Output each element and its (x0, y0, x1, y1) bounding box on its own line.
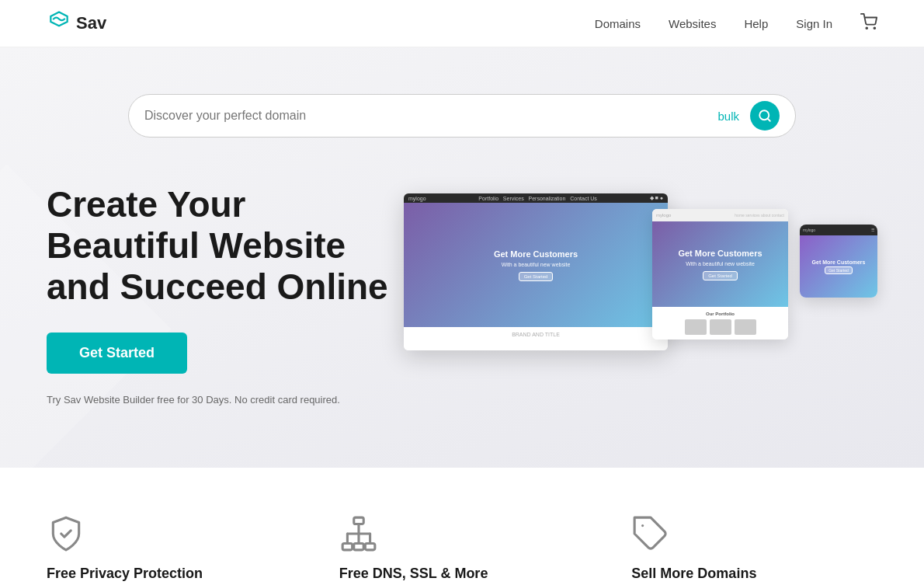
hero-sub-text: Try Sav Website Builder free for 30 Days… (47, 394, 388, 406)
mockup-phone-btn: Get Started (825, 266, 853, 274)
get-started-button[interactable]: Get Started (47, 333, 187, 374)
mockup-portfolio-label: Our Portfolio (657, 312, 783, 316)
mockup-tablet-btn: Get Started (703, 271, 738, 280)
mockup-overlay-title: Get More Customers (494, 249, 578, 259)
logo-text: Sav (76, 13, 106, 33)
mockup-desktop-image: Get More Customers With a beautiful new … (404, 203, 668, 327)
mockup-logo-text: mylogo (408, 196, 426, 201)
shield-icon (47, 514, 85, 553)
mockup-tablet-sub: With a beautiful new website (686, 261, 755, 266)
nav-help[interactable]: Help (744, 17, 768, 30)
mockup-overlay-sub: With a beautiful new website (502, 262, 571, 267)
hero-mockups: mylogo Portfolio Services Personalizatio… (404, 193, 877, 395)
hero-left: Create Your Beautiful Website and Succee… (47, 184, 388, 406)
hero-title: Create Your Beautiful Website and Succee… (47, 184, 388, 308)
nav-websites[interactable]: Websites (669, 17, 716, 30)
mockup-phone-image: Get More Customers Get Started (800, 235, 877, 298)
mockup-thumb-1 (685, 319, 707, 335)
mockup-phone-logo: mylogo (803, 228, 815, 232)
search-button[interactable] (750, 101, 780, 131)
logo[interactable]: Sav (47, 9, 106, 37)
network-icon (339, 514, 378, 553)
mockup-desktop-bottom: BRAND AND TITLE (404, 327, 668, 350)
sav-logo-icon (47, 9, 71, 37)
search-bar: bulk (128, 94, 796, 138)
dns-title: Free DNS, SSL & More (339, 566, 585, 582)
svg-point-1 (874, 27, 875, 29)
header: Sav Domains Websites Help Sign In (0, 0, 924, 47)
mockup-social-icons: ◆ ■ ● (650, 195, 663, 201)
nav-domains[interactable]: Domains (595, 17, 641, 30)
mockup-thumbnails (657, 319, 783, 335)
mockup-nav-text: Portfolio Services Personalization Conta… (478, 196, 597, 201)
search-container: bulk (47, 94, 877, 138)
mockup-tablet-image: Get More Customers With a beautiful new … (652, 221, 788, 307)
mockup-phone: mylogo ☰ Get More Customers Get Started (800, 225, 877, 298)
mockup-tablet-bottom: Our Portfolio (652, 307, 788, 340)
nav-signin[interactable]: Sign In (796, 17, 832, 30)
privacy-title: Free Privacy Protection (47, 566, 293, 582)
feature-privacy: Free Privacy Protection Unlike others th… (47, 514, 293, 585)
mockup-tablet: mylogo home services about contact Get M… (652, 209, 788, 340)
mockup-overlay-btn: Get Started (519, 272, 554, 281)
search-input[interactable] (144, 109, 717, 123)
mockup-phone-title: Get More Customers (812, 259, 866, 265)
features-section: Free Privacy Protection Unlike others th… (0, 468, 924, 585)
mockup-tagline: BRAND AND TITLE (408, 332, 663, 337)
feature-dns: Free DNS, SSL & More Sav provides you wi… (339, 514, 585, 585)
mockup-desktop: mylogo Portfolio Services Personalizatio… (404, 193, 668, 350)
hero-content: Create Your Beautiful Website and Succee… (47, 184, 877, 406)
mockup-thumb-3 (735, 319, 756, 335)
tag-icon (631, 514, 670, 553)
feature-sell: Sell More Domains Utilize Sav's highly o… (631, 514, 877, 585)
sell-title: Sell More Domains (631, 566, 877, 582)
mockup-tablet-title: Get More Customers (678, 249, 762, 258)
cart-icon[interactable] (860, 13, 877, 33)
mockup-thumb-2 (710, 319, 731, 335)
bulk-link[interactable]: bulk (717, 110, 739, 123)
mockup-tablet-logo: mylogo (656, 213, 671, 218)
main-nav: Domains Websites Help Sign In (595, 13, 877, 33)
hero-section: bulk Create Your Beautiful Website and S… (0, 47, 924, 468)
svg-point-0 (866, 27, 867, 29)
